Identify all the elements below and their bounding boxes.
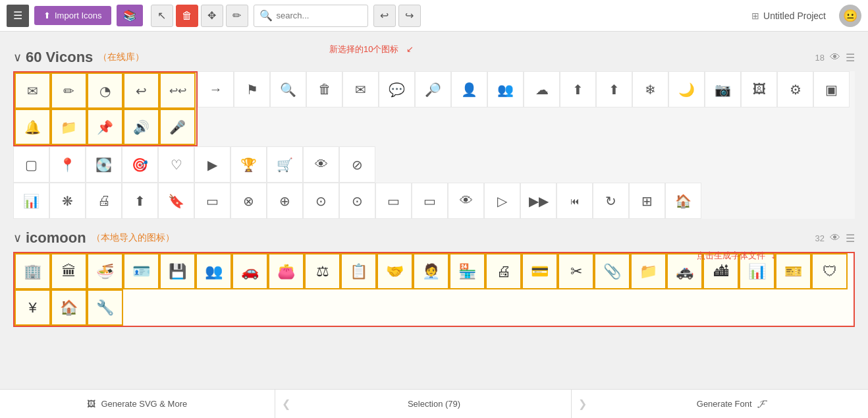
icon-cell[interactable]: 📍 <box>49 146 86 183</box>
icon-cell[interactable]: ▢ <box>13 146 49 183</box>
icon-cell[interactable]: 🛒 <box>267 146 303 183</box>
icon-cell[interactable]: 👛 <box>268 253 304 289</box>
icon-cell[interactable]: 🎤 <box>159 109 196 145</box>
icon-cell[interactable]: ↩ <box>123 73 159 109</box>
icon-cell[interactable]: 🎯 <box>122 146 158 183</box>
icon-cell[interactable]: ▣ <box>813 71 850 107</box>
icon-cell[interactable]: 🏢 <box>14 253 51 289</box>
icon-cell[interactable]: ✂ <box>558 253 594 289</box>
icon-cell[interactable]: ▭ <box>375 183 412 219</box>
icon-cell[interactable]: ⬆ <box>122 183 158 219</box>
icon-cell[interactable]: ¥ <box>14 289 51 326</box>
icon-cell[interactable]: 🖼 <box>741 71 777 107</box>
icon-cell[interactable]: 🏙 <box>703 253 739 289</box>
icon-cell[interactable]: 🚗 <box>232 253 268 289</box>
icon-cell[interactable]: 📊 <box>739 253 775 289</box>
icon-cell[interactable]: ⬆ <box>560 71 596 107</box>
icon-cell[interactable]: 🔖 <box>158 183 194 219</box>
search-box[interactable]: 🔍 <box>254 5 368 27</box>
icon-cell[interactable]: ⊘ <box>339 146 375 183</box>
icon-cell[interactable]: ↩↩ <box>159 73 196 109</box>
icon-cell[interactable]: 🌙 <box>668 71 705 107</box>
icon-cell[interactable]: 🔔 <box>14 109 51 145</box>
icon-cell[interactable]: 💾 <box>159 253 196 289</box>
icon-cell[interactable]: ☁ <box>524 71 560 107</box>
icon-cell[interactable]: ✉ <box>14 73 51 109</box>
menu-button[interactable]: ☰ <box>7 5 29 27</box>
icon-cell[interactable]: 🍜 <box>87 253 123 289</box>
delete-tool-button[interactable]: 🗑 <box>176 5 198 27</box>
icon-cell[interactable]: 🪪 <box>123 253 159 289</box>
icon-cell[interactable]: 🏠 <box>51 289 87 326</box>
import-icons-button[interactable]: ⬆ Import Icons <box>34 6 111 25</box>
icon-cell[interactable]: ◔ <box>87 73 123 109</box>
icon-cell[interactable]: ❋ <box>49 183 86 219</box>
icon-cell[interactable]: 📊 <box>13 183 49 219</box>
icon-cell[interactable]: ⊙ <box>303 183 339 219</box>
icon-cell[interactable]: 👁 <box>448 183 484 219</box>
vicons-visibility-icon[interactable]: 👁 <box>830 51 840 63</box>
icon-cell[interactable]: 🛡 <box>811 253 848 289</box>
icon-cell[interactable]: ▶▶ <box>520 183 556 219</box>
move-tool-button[interactable]: ✥ <box>201 5 223 27</box>
icon-cell[interactable]: ✏ <box>51 73 87 109</box>
icon-cell[interactable]: 💬 <box>379 71 415 107</box>
selection-section[interactable]: Selection (79) <box>297 390 572 418</box>
icon-cell[interactable]: ⬆ <box>596 71 632 107</box>
icon-cell[interactable]: ▷ <box>484 183 520 219</box>
icon-cell[interactable]: ▭ <box>194 183 231 219</box>
icon-cell[interactable]: 🖨 <box>86 183 122 219</box>
icon-cell[interactable]: 🏪 <box>449 253 485 289</box>
icon-cell[interactable]: 👁 <box>303 146 339 183</box>
icon-cell[interactable]: 🔎 <box>415 71 451 107</box>
icon-cell[interactable]: 🖨 <box>485 253 522 289</box>
generate-font-section[interactable]: Generate Font 𝓕 <box>593 390 868 418</box>
icon-cell[interactable]: ♡ <box>158 146 194 183</box>
icon-cell[interactable]: 🗑 <box>306 71 342 107</box>
icon-cell[interactable]: 🏆 <box>231 146 267 183</box>
icon-cell[interactable]: 🎫 <box>775 253 811 289</box>
select-tool-button[interactable]: ↖ <box>151 5 173 27</box>
icon-cell[interactable]: 👤 <box>451 71 487 107</box>
icon-cell[interactable]: 🔊 <box>123 109 159 145</box>
icon-cell[interactable]: 🏠 <box>665 183 701 219</box>
vicons-chevron[interactable]: ∨ <box>13 50 22 65</box>
icon-cell[interactable]: → <box>198 71 234 107</box>
icon-cell[interactable]: 🚓 <box>666 253 703 289</box>
icon-cell[interactable]: 👥 <box>196 253 232 289</box>
icon-cell[interactable]: 🏛 <box>51 253 87 289</box>
icon-cell[interactable]: ⏮ <box>556 183 593 219</box>
icon-cell[interactable]: ✉ <box>342 71 379 107</box>
icon-cell[interactable]: 📌 <box>87 109 123 145</box>
vicons-menu-icon[interactable]: ☰ <box>846 51 855 64</box>
undo-button[interactable]: ↩ <box>373 5 396 27</box>
icon-cell[interactable]: 📎 <box>594 253 630 289</box>
icon-cell[interactable]: 🔍 <box>270 71 306 107</box>
next-arrow-button[interactable]: ❯ <box>572 390 593 418</box>
icon-cell[interactable]: 🔧 <box>87 289 123 326</box>
icon-cell[interactable]: ⚙ <box>777 71 813 107</box>
edit-tool-button[interactable]: ✏ <box>226 5 248 27</box>
icomoon-visibility-icon[interactable]: 👁 <box>830 232 840 244</box>
icon-cell[interactable]: 🧑‍💼 <box>413 253 449 289</box>
icon-cell[interactable]: 💳 <box>522 253 558 289</box>
icon-cell[interactable]: ⊗ <box>231 183 267 219</box>
icon-cell[interactable]: ▶ <box>194 146 231 183</box>
icon-cell[interactable]: 👥 <box>487 71 524 107</box>
icon-cell[interactable]: ⚖ <box>304 253 340 289</box>
icon-cell[interactable]: 🤝 <box>377 253 413 289</box>
icon-cell[interactable]: 📋 <box>340 253 377 289</box>
search-input[interactable] <box>277 11 362 20</box>
user-avatar[interactable]: 😐 <box>839 5 861 27</box>
icon-cell[interactable]: ⊕ <box>267 183 303 219</box>
icon-cell[interactable]: 📁 <box>51 109 87 145</box>
icon-cell[interactable]: 📁 <box>630 253 666 289</box>
icon-cell[interactable]: ⊞ <box>629 183 665 219</box>
icon-cell[interactable]: ▭ <box>412 183 448 219</box>
redo-button[interactable]: ↪ <box>398 5 421 27</box>
prev-arrow-button[interactable]: ❮ <box>275 390 297 418</box>
icon-cell[interactable]: ⚑ <box>234 71 270 107</box>
icon-cell[interactable]: ❄ <box>632 71 668 107</box>
icon-cell[interactable]: 💽 <box>86 146 122 183</box>
icon-cell[interactable]: ⊙ <box>339 183 375 219</box>
